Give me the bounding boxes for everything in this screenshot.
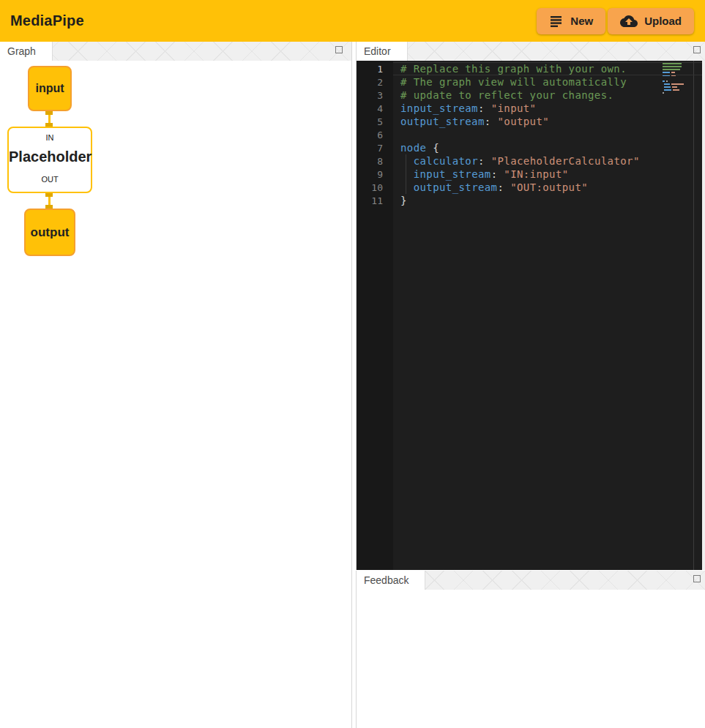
app-title: MediaPipe: [10, 12, 84, 29]
code-line[interactable]: 5output_stream: "output": [357, 115, 702, 128]
graph-node-output-label: output: [31, 225, 70, 240]
feedback-tabstrip: Feedback: [357, 571, 705, 590]
feedback-content: [357, 590, 705, 728]
placeholder-out-label: OUT: [9, 175, 91, 184]
code-line[interactable]: 6: [357, 128, 702, 141]
placeholder-title: Placeholder: [9, 149, 91, 165]
code-line[interactable]: 1# Replace this graph with your own.: [357, 62, 702, 75]
graph-canvas[interactable]: input IN Placeholder OUT output: [0, 61, 351, 728]
tab-feedback-label: Feedback: [364, 574, 409, 586]
feedback-panel: Feedback: [356, 571, 705, 728]
header-buttons: New Upload: [537, 8, 694, 34]
tab-graph[interactable]: Graph: [0, 42, 53, 61]
editor-panel: Editor 1# Replace this graph with your o…: [356, 42, 705, 570]
cloud-upload-icon: [620, 14, 638, 29]
tab-editor-label: Editor: [364, 45, 391, 57]
code-line[interactable]: 2# The graph view will automatically: [357, 75, 702, 89]
editor-tabstrip: Editor: [357, 42, 705, 61]
graph-tabstrip: Graph: [0, 42, 351, 61]
code-line[interactable]: 4input_stream: "input": [357, 102, 702, 115]
new-button[interactable]: New: [537, 8, 605, 34]
code-line[interactable]: 10 output_stream: "OUT:output": [357, 181, 702, 194]
graph-node-placeholder[interactable]: IN Placeholder OUT: [7, 127, 92, 193]
new-button-label: New: [570, 15, 593, 27]
code-line[interactable]: 3# update to reflect your changes.: [357, 89, 702, 102]
code-editor[interactable]: 1# Replace this graph with your own.2# T…: [357, 61, 702, 570]
maximize-icon[interactable]: [693, 575, 701, 582]
tab-feedback[interactable]: Feedback: [357, 571, 425, 590]
placeholder-in-label: IN: [9, 133, 91, 142]
app-header: MediaPipe New Upload: [0, 0, 705, 42]
graph-node-output[interactable]: output: [24, 209, 75, 256]
upload-button-label: Upload: [644, 15, 682, 27]
maximize-icon[interactable]: [335, 46, 343, 53]
graph-panel: Graph input IN Placeholder OUT output: [0, 42, 352, 728]
tab-graph-label: Graph: [7, 45, 36, 57]
code-line[interactable]: 8 calculator: "PlaceholderCalculator": [357, 154, 702, 168]
editor-scrollbar[interactable]: [693, 61, 702, 570]
graph-node-input[interactable]: input: [28, 66, 72, 111]
editor-lines: 1# Replace this graph with your own.2# T…: [357, 62, 702, 207]
code-line[interactable]: 11}: [357, 194, 702, 207]
code-line[interactable]: 9 input_stream: "IN:input": [357, 168, 702, 181]
code-line[interactable]: 7node {: [357, 141, 702, 154]
graph-node-input-label: input: [35, 82, 64, 95]
upload-button[interactable]: Upload: [608, 8, 694, 34]
tab-editor[interactable]: Editor: [357, 42, 408, 61]
maximize-icon[interactable]: [693, 46, 701, 53]
subject-lines-icon: [549, 15, 564, 28]
